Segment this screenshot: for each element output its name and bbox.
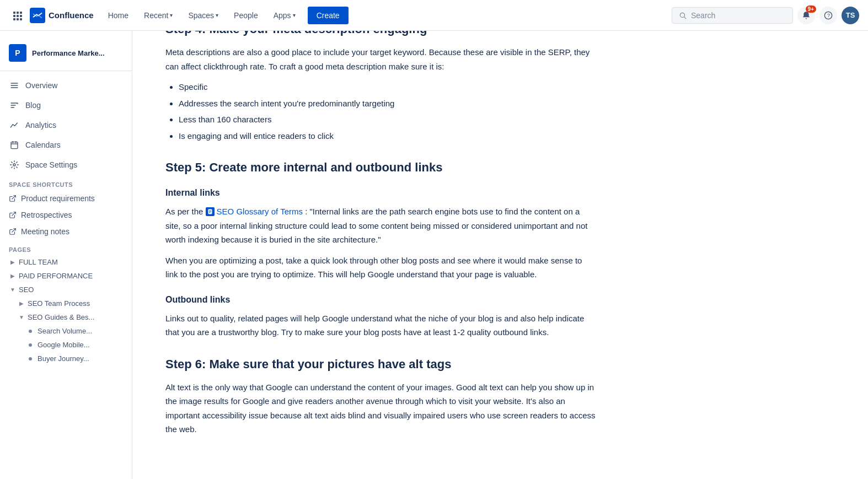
search-input[interactable] [691, 11, 774, 20]
bullet-dot-2 [29, 343, 32, 347]
sidebar-item-blog[interactable]: " Blog [0, 95, 132, 115]
calendar-icon [9, 139, 20, 150]
bullet-dot-3 [29, 357, 32, 360]
svg-rect-8 [11, 142, 18, 149]
external-link-icon [9, 195, 17, 202]
internal-links-para1: As per the SEO Glossary of Terms : "Inte… [165, 204, 596, 247]
seo-glossary-link[interactable]: SEO Glossary of Terms [206, 204, 303, 219]
page-tree-google-mobile[interactable]: Google Mobile... [0, 338, 132, 352]
space-header[interactable]: P Performance Marke... [0, 40, 132, 71]
overview-icon [9, 80, 20, 91]
page-tree-search-volume[interactable]: Search Volume... [0, 324, 132, 338]
create-button[interactable]: Create [308, 7, 349, 24]
apps-chevron: ▾ [293, 12, 296, 18]
internal-links-heading: Internal links [165, 188, 596, 198]
page-tree-paid-performance[interactable]: ▶ PAID PERFORMANCE [0, 269, 132, 283]
page-tree-buyer-journey[interactable]: Buyer Journey... [0, 352, 132, 365]
recent-chevron: ▾ [170, 12, 173, 18]
bullet-search-intent: Addresses the search intent you're predo… [179, 96, 596, 111]
shortcut-retrospectives[interactable]: Retrospectives [0, 207, 132, 223]
search-icon [679, 12, 687, 19]
space-icon: P [9, 44, 26, 62]
step4-intro: Meta descriptions are also a good place … [165, 45, 596, 73]
notification-badge: 9+ [806, 6, 816, 13]
notification-button[interactable]: 9+ [797, 7, 815, 24]
nav-people[interactable]: People [228, 8, 264, 23]
chevron-down-icon-2: ▼ [18, 314, 25, 321]
search-bar[interactable] [672, 7, 793, 24]
spaces-chevron: ▾ [216, 12, 218, 18]
bullet-specific: Specific [179, 80, 596, 94]
help-icon: ? [824, 11, 833, 20]
step4-bullets: Specific Addresses the search intent you… [179, 80, 596, 143]
svg-line-14 [12, 212, 15, 216]
svg-line-13 [12, 196, 15, 199]
gear-icon [9, 159, 20, 170]
nav-home[interactable]: Home [103, 8, 134, 23]
page-icon [206, 207, 215, 216]
pages-label: PAGES [0, 240, 132, 255]
chevron-right-icon: ▶ [9, 259, 17, 266]
confluence-logo-text: Confluence [49, 10, 94, 20]
user-avatar[interactable]: TS [842, 7, 859, 24]
confluence-logo-icon [30, 8, 45, 23]
sidebar-item-calendars[interactable]: Calendars [0, 135, 132, 155]
svg-point-12 [13, 164, 15, 166]
page-tree-full-team[interactable]: ▶ FULL TEAM [0, 255, 132, 269]
external-link-icon-3 [9, 228, 17, 235]
svg-text:?: ? [827, 13, 830, 18]
sidebar: P Performance Marke... Overview " Blog A… [0, 31, 132, 465]
shortcut-product-requirements[interactable]: Product requirements [0, 190, 132, 207]
blog-icon: " [9, 100, 20, 111]
apps-grid-button[interactable] [9, 7, 25, 24]
outbound-links-para: Links out to quality, related pages will… [165, 311, 596, 340]
internal-links-para2: When you are optimizing a post, take a q… [165, 254, 596, 282]
shortcuts-label: SPACE SHORTCUTS [0, 175, 132, 190]
page-tree-seo[interactable]: ▼ SEO [0, 283, 132, 297]
sidebar-item-space-settings[interactable]: Space Settings [0, 155, 132, 175]
chevron-right-icon-2: ▶ [9, 272, 17, 280]
sidebar-item-overview[interactable]: Overview [0, 76, 132, 95]
svg-line-15 [12, 229, 15, 232]
svg-text:": " [17, 103, 18, 106]
chevron-right-icon-3: ▶ [18, 300, 25, 308]
logo[interactable]: Confluence [30, 8, 94, 23]
nav-recent[interactable]: Recent ▾ [138, 8, 178, 23]
sidebar-item-analytics[interactable]: Analytics [0, 115, 132, 135]
help-button[interactable]: ? [819, 7, 837, 24]
page-tree-seo-guides[interactable]: ▼ SEO Guides & Bes... [0, 310, 132, 324]
outbound-links-heading: Outbound links [165, 295, 596, 305]
bullet-160-chars: Less than 160 characters [179, 112, 596, 127]
svg-line-1 [684, 17, 686, 18]
chevron-down-icon: ▼ [9, 286, 17, 294]
page-tree-seo-team-process[interactable]: ▶ SEO Team Process [0, 297, 132, 310]
top-navigation: Confluence Home Recent ▾ Spaces ▾ People… [0, 0, 868, 31]
bullet-engaging: Is engaging and will entice readers to c… [179, 129, 596, 143]
external-link-icon-2 [9, 211, 17, 219]
step6-para: Alt text is the only way that Google can… [165, 380, 596, 437]
nav-apps[interactable]: Apps ▾ [268, 8, 301, 23]
step6-heading: Step 6: Make sure that your pictures hav… [165, 357, 596, 372]
grid-icon [13, 12, 21, 19]
analytics-icon [9, 120, 20, 131]
space-name: Performance Marke... [32, 49, 105, 57]
step5-heading: Step 5: Create more internal and outboun… [165, 160, 596, 175]
nav-spaces[interactable]: Spaces ▾ [183, 8, 224, 23]
main-content: Step 4: Make your meta description engag… [132, 0, 629, 465]
shortcut-meeting-notes[interactable]: Meeting notes [0, 223, 132, 240]
bullet-dot [29, 330, 32, 333]
